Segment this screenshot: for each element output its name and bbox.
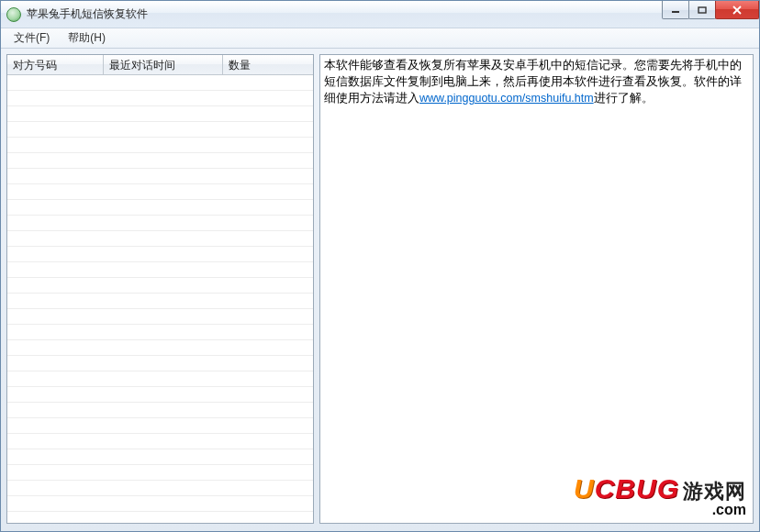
help-link[interactable]: www.pingguotu.com/smshuifu.htm	[419, 92, 594, 105]
table-row	[7, 106, 313, 122]
table-row	[7, 122, 313, 138]
table-row	[7, 231, 313, 247]
info-panel: 本软件能够查看及恢复所有苹果及安卓手机中的短信记录。您需要先将手机中的短信数据库…	[319, 54, 754, 524]
table-row	[7, 91, 313, 106]
menu-help[interactable]: 帮助(H)	[59, 28, 115, 48]
table-row	[7, 247, 313, 262]
app-window: 苹果兔手机短信恢复软件 文件(F) 帮助(H) 对方号码 最近对话时间 数量	[0, 0, 760, 532]
table-row	[7, 294, 313, 309]
table-row	[7, 371, 313, 387]
table-row	[7, 465, 313, 481]
app-icon	[6, 7, 21, 22]
table-row	[7, 75, 313, 91]
svg-rect-1	[699, 7, 706, 13]
table-row	[7, 278, 313, 294]
table-header: 对方号码 最近对话时间 数量	[7, 55, 313, 75]
column-count[interactable]: 数量	[223, 55, 313, 74]
table-row	[7, 481, 313, 496]
minimize-button[interactable]	[662, 1, 689, 19]
table-row	[7, 200, 313, 216]
table-row	[7, 184, 313, 200]
table-body	[7, 75, 313, 523]
table-row	[7, 262, 313, 278]
table-row	[7, 169, 313, 184]
client-area: 对方号码 最近对话时间 数量 本软件能够查看及恢复所有苹果及安卓手机中的短信记录…	[1, 49, 759, 531]
table-row	[7, 496, 313, 512]
window-title: 苹果兔手机短信恢复软件	[27, 6, 148, 22]
menubar: 文件(F) 帮助(H)	[1, 28, 759, 49]
menu-file[interactable]: 文件(F)	[5, 28, 59, 48]
table-row	[7, 340, 313, 356]
titlebar: 苹果兔手机短信恢复软件	[1, 1, 759, 28]
column-phone[interactable]: 对方号码	[7, 55, 104, 74]
sms-table[interactable]: 对方号码 最近对话时间 数量	[6, 54, 314, 524]
table-row	[7, 309, 313, 325]
info-text-after: 进行了解。	[594, 92, 654, 105]
table-row	[7, 356, 313, 371]
column-last-time[interactable]: 最近对话时间	[104, 55, 223, 74]
table-row	[7, 387, 313, 403]
table-row	[7, 449, 313, 465]
table-row	[7, 325, 313, 340]
table-row	[7, 216, 313, 231]
window-controls	[663, 1, 759, 21]
close-button[interactable]	[715, 1, 759, 19]
maximize-button[interactable]	[688, 1, 716, 19]
table-row	[7, 138, 313, 153]
table-row	[7, 153, 313, 169]
table-row	[7, 418, 313, 434]
table-row	[7, 434, 313, 449]
table-row	[7, 403, 313, 418]
